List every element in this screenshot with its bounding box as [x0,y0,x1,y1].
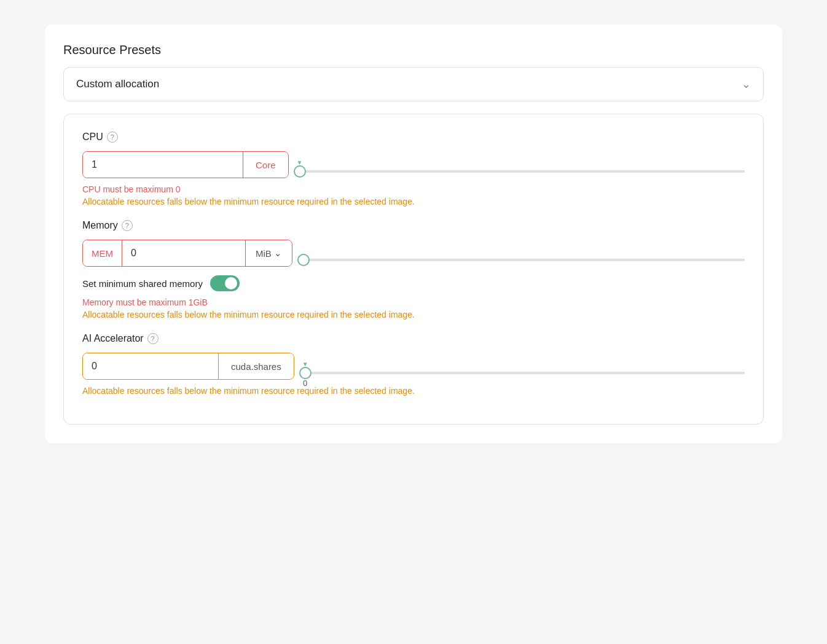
chevron-down-icon: ⌄ [742,77,751,91]
ai-slider-wrapper: 0 [305,358,745,374]
memory-slider-thumb[interactable] [297,254,310,266]
cpu-warning: Allocatable resources falls below the mi… [82,197,745,206]
ai-slider-thumb[interactable] [299,367,312,379]
cpu-help-icon[interactable]: ? [107,132,118,143]
memory-label: Memory ? [82,220,745,231]
ai-help-icon[interactable]: ? [147,333,159,344]
cpu-suffix: Core [243,152,288,178]
cpu-error: CPU must be maximum 0 [82,184,745,194]
ai-suffix: cuda.shares [218,353,294,379]
cpu-input-row: Core [82,151,745,178]
memory-suffix-chevron-icon: ⌄ [274,248,282,259]
ai-slider-track[interactable]: 0 [305,372,745,374]
memory-suffix[interactable]: MiB ⌄ [245,240,292,266]
cpu-slider-thumb[interactable] [294,165,306,178]
memory-error: Memory must be maximum 1GiB [82,297,745,307]
shared-memory-label: Set minimum shared memory [82,278,203,289]
ai-value-input[interactable] [83,353,218,379]
memory-warning: Allocatable resources falls below the mi… [82,310,745,320]
memory-slider-track[interactable] [304,259,745,261]
dropdown-label: Custom allocation [76,78,159,90]
memory-help-icon[interactable]: ? [122,220,133,231]
memory-input-group: MEM MiB ⌄ [82,240,292,267]
cpu-label: CPU ? [82,132,745,143]
memory-value-input[interactable] [122,240,245,266]
shared-memory-toggle-row: Set minimum shared memory [82,275,745,291]
resource-presets-container: Resource Presets Custom allocation ⌄ CPU… [45,25,782,443]
memory-slider-wrapper [304,245,745,261]
cpu-input-group: Core [82,151,289,178]
ai-label: AI Accelerator ? [82,333,745,344]
ai-input-row: cuda.shares 0 [82,353,745,380]
toggle-slider [210,275,240,291]
ai-input-group: cuda.shares [82,353,294,380]
memory-input-row: MEM MiB ⌄ [82,240,745,267]
cpu-slider-track[interactable] [300,170,745,173]
preset-dropdown[interactable]: Custom allocation ⌄ [63,67,764,101]
ai-slider-value-label: 0 [303,379,307,388]
shared-memory-toggle[interactable] [210,275,240,291]
cpu-slider-wrapper [300,157,745,173]
resource-box: CPU ? Core CPU must be maximum 0 Allocat… [63,114,764,425]
memory-prefix: MEM [83,240,122,266]
section-title: Resource Presets [63,43,764,57]
cpu-value-input[interactable] [83,152,243,178]
ai-warning: Allocatable resources falls below the mi… [82,386,745,396]
